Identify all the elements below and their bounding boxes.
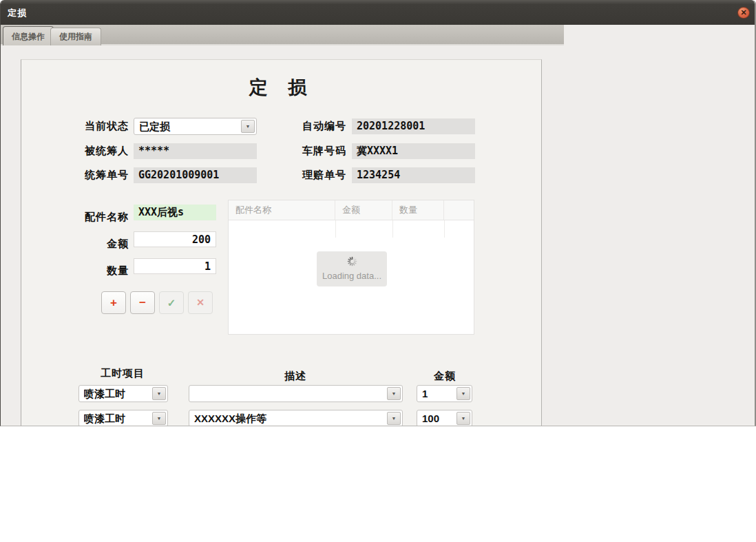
chevron-down-icon: ▼ xyxy=(457,388,470,400)
part-quantity-label: 数量 xyxy=(60,262,129,279)
part-amount-label: 金额 xyxy=(60,236,129,252)
app-window: 定损 ✕ 信息操作 使用指南 定 损 当前状态 已定损 ▼ 自动编号 20201… xyxy=(0,0,756,426)
table-grid-line xyxy=(335,220,336,238)
labor-amount-dropdown-1[interactable]: ▼ xyxy=(456,387,470,400)
labor-item-dropdown-1[interactable]: ▼ xyxy=(152,387,166,400)
remove-part-button[interactable]: − xyxy=(130,291,155,314)
labor-description-dropdown-2[interactable]: ▼ xyxy=(387,412,401,425)
labor-item-select-2[interactable]: 喷漆工时 ▼ xyxy=(78,410,168,426)
add-part-button[interactable]: + xyxy=(101,291,126,314)
tab-user-guide[interactable]: 使用指南 xyxy=(50,28,101,45)
confirm-part-button[interactable]: ✓ xyxy=(159,291,184,314)
claim-number-field: 1234254 xyxy=(352,167,475,183)
loading-indicator: Loading data... xyxy=(317,251,387,286)
labor-description-dropdown-1[interactable]: ▼ xyxy=(387,387,401,400)
plate-number-field: 冀XXXX1 xyxy=(352,143,475,159)
chevron-down-icon: ▼ xyxy=(153,388,165,400)
labor-amount-value-1: 1 xyxy=(422,386,454,402)
part-amount-input[interactable] xyxy=(134,231,216,247)
current-status-value: 已定损 xyxy=(139,118,238,134)
table-grid-line xyxy=(444,220,445,238)
chevron-down-icon: ▼ xyxy=(388,388,400,400)
labor-description-value-2: XXXXXX操作等 xyxy=(194,410,384,426)
parts-table-col-filler xyxy=(444,200,474,220)
labor-item-select-1[interactable]: 喷漆工时 ▼ xyxy=(78,385,168,402)
part-name-label: 配件名称 xyxy=(60,209,129,225)
part-name-field[interactable]: XXX后视s xyxy=(134,205,216,220)
parts-table-col-quantity: 数量 xyxy=(392,200,444,220)
auto-number-label: 自动编号 xyxy=(277,118,346,134)
labor-description-select-2[interactable]: XXXXXX操作等 ▼ xyxy=(189,410,403,426)
chevron-down-icon: ▼ xyxy=(153,413,165,425)
plate-number-label: 车牌号码 xyxy=(277,143,346,159)
chevron-down-icon: ▼ xyxy=(388,413,400,425)
labor-amount-select-2[interactable]: 100 ▼ xyxy=(417,410,472,426)
tab-info-operation[interactable]: 信息操作 xyxy=(3,26,54,45)
current-status-dropdown-button[interactable]: ▼ xyxy=(241,120,255,133)
insured-person-field: ***** xyxy=(134,143,257,159)
window-title: 定损 xyxy=(8,7,27,19)
cancel-part-button[interactable]: ✕ xyxy=(188,291,213,314)
part-quantity-input[interactable] xyxy=(134,258,216,274)
parts-table-col-amount: 金额 xyxy=(335,200,392,220)
current-status-label: 当前状态 xyxy=(60,118,129,134)
claim-number-label: 理赔单号 xyxy=(277,167,346,183)
chevron-down-icon: ▼ xyxy=(457,413,470,425)
labor-amount-select-1[interactable]: 1 ▼ xyxy=(417,385,472,402)
chevron-down-icon: ▼ xyxy=(242,121,254,133)
labor-description-header: 描述 xyxy=(261,370,330,383)
parts-table-col-name: 配件名称 xyxy=(229,200,335,220)
labor-description-select-1[interactable]: ▼ xyxy=(189,385,403,402)
parts-table-header: 配件名称 金额 数量 xyxy=(229,200,474,220)
current-status-select[interactable]: 已定损 ▼ xyxy=(134,118,257,135)
window-body: 信息操作 使用指南 定 损 当前状态 已定损 ▼ 自动编号 2020122800… xyxy=(1,25,755,426)
auto-number-field: 20201228001 xyxy=(352,118,475,134)
coordination-number-field: GG20201009001 xyxy=(134,167,257,183)
table-grid-line xyxy=(392,220,393,238)
labor-item-dropdown-2[interactable]: ▼ xyxy=(152,412,166,425)
coordination-number-label: 统筹单号 xyxy=(60,167,129,183)
loading-text: Loading data... xyxy=(317,271,387,281)
labor-item-value-1: 喷漆工时 xyxy=(84,386,149,402)
tab-strip: 信息操作 使用指南 xyxy=(1,25,564,45)
titlebar: 定损 ✕ xyxy=(1,0,755,25)
labor-amount-value-2: 100 xyxy=(422,410,454,426)
insured-person-label: 被统筹人 xyxy=(60,143,129,159)
close-icon[interactable]: ✕ xyxy=(737,7,750,19)
labor-amount-dropdown-2[interactable]: ▼ xyxy=(456,412,470,425)
form-title: 定 损 xyxy=(21,75,541,100)
loading-spinner-icon xyxy=(347,256,357,267)
labor-item-value-2: 喷漆工时 xyxy=(84,410,149,426)
form-panel: 定 损 当前状态 已定损 ▼ 自动编号 20201228001 被统筹人 ***… xyxy=(21,59,542,426)
labor-item-header: 工时项目 xyxy=(88,367,157,380)
parts-table: 配件名称 金额 数量 xyxy=(228,200,474,335)
labor-amount-header: 金额 xyxy=(410,370,479,383)
